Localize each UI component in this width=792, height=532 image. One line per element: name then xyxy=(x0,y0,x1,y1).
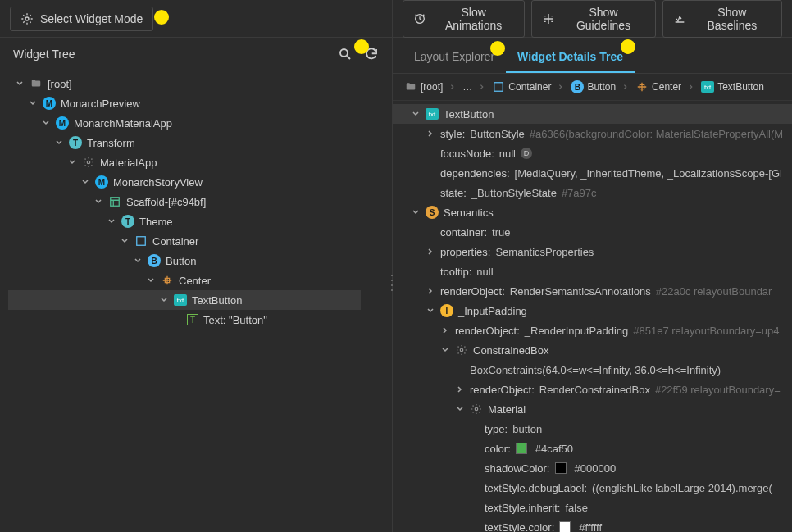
widget-details-tree[interactable]: txtTextButtonstyle:ButtonStyle#a6366(bac… xyxy=(393,101,792,532)
detail-row[interactable]: type:button xyxy=(393,419,792,439)
detail-key: container: xyxy=(440,226,487,239)
detail-row[interactable]: textStyle.inherit:false xyxy=(393,498,792,517)
breadcrumb-item[interactable]: … xyxy=(459,80,476,94)
detail-label: Material xyxy=(488,403,526,416)
toolbar-button[interactable]: Show Baselines xyxy=(662,0,782,38)
detail-row[interactable]: focusNode:null D xyxy=(393,143,792,163)
detail-row[interactable]: SSemantics xyxy=(393,202,792,222)
detail-row[interactable]: textStyle.debugLabel:((englishLike label… xyxy=(393,478,792,498)
tree-row[interactable]: MMonarchPreview xyxy=(8,93,392,113)
detail-row[interactable]: color:#4caf50 xyxy=(393,439,792,458)
chevron-icon[interactable] xyxy=(411,109,421,119)
breadcrumb-item[interactable]: txtTextButton xyxy=(698,80,767,94)
chevron-icon[interactable] xyxy=(426,306,435,316)
chevron-down-icon[interactable] xyxy=(28,98,38,108)
tree-row[interactable]: TText: "Button" xyxy=(8,310,392,330)
chevron-down-icon[interactable] xyxy=(159,295,169,305)
tree-row[interactable]: TTheme xyxy=(8,211,392,231)
chevron-down-icon[interactable] xyxy=(120,236,130,246)
detail-label: _InputPadding xyxy=(458,305,527,317)
detail-value: false xyxy=(566,502,588,514)
chevron-down-icon[interactable] xyxy=(80,177,90,187)
detail-row[interactable]: dependencies:[MediaQuery, _InheritedThem… xyxy=(393,163,792,183)
chevron-icon[interactable] xyxy=(426,286,435,296)
tree-label: Container xyxy=(152,235,198,248)
svg-point-0 xyxy=(25,17,29,20)
detail-row[interactable]: properties:SemanticsProperties xyxy=(393,242,792,261)
tree-row[interactable]: MMonarchMaterialApp xyxy=(8,113,392,133)
folder-icon xyxy=(30,77,43,90)
detail-label: ConstrainedBox xyxy=(473,344,549,357)
detail-key: type: xyxy=(485,423,508,435)
widget-badge-icon: txt xyxy=(426,108,439,120)
breadcrumb-item[interactable]: BButton xyxy=(567,79,619,95)
tree-row[interactable]: BButton xyxy=(8,251,392,271)
tree-row[interactable]: Center xyxy=(8,271,392,290)
panel-divider[interactable] xyxy=(389,266,394,299)
detail-key: shadowColor: xyxy=(485,462,550,475)
chevron-down-icon[interactable] xyxy=(54,138,64,148)
chevron-right-icon xyxy=(622,81,629,93)
folder-icon xyxy=(404,80,417,93)
chevron-down-icon[interactable] xyxy=(93,197,103,207)
toolbar-button[interactable]: Show Guidelines xyxy=(531,0,656,38)
breadcrumb-item[interactable]: [root] xyxy=(401,79,446,95)
detail-label: TextButton xyxy=(444,108,494,120)
tree-row[interactable]: TTransform xyxy=(8,133,392,152)
chevron-right-icon xyxy=(449,81,456,93)
detail-key: textStyle.debugLabel: xyxy=(485,482,587,494)
detail-row[interactable]: I_InputPadding xyxy=(393,301,792,321)
detail-row[interactable]: renderObject:RenderSemanticsAnnotations#… xyxy=(393,281,792,301)
chevron-icon[interactable] xyxy=(411,207,421,217)
tree-row[interactable]: MaterialApp xyxy=(8,152,392,172)
breadcrumb-item[interactable]: Center xyxy=(632,79,685,95)
chevron-down-icon[interactable] xyxy=(146,275,156,285)
widget-badge-icon: T xyxy=(69,136,82,149)
detail-row[interactable]: renderObject:_RenderInputPadding#851e7 r… xyxy=(393,321,792,340)
chevron-icon[interactable] xyxy=(426,129,435,139)
toolbar-button[interactable]: Slow Animations xyxy=(403,0,525,38)
tree-label: Center xyxy=(179,275,211,287)
detail-row[interactable]: style:ButtonStyle#a6366(backgroundColor:… xyxy=(393,124,792,143)
chevron-icon[interactable] xyxy=(440,325,450,335)
detail-key: dependencies: xyxy=(440,167,510,180)
tree-row[interactable]: Container xyxy=(8,231,392,251)
widget-tree[interactable]: [root]MMonarchPreviewMMonarchMaterialApp… xyxy=(0,70,392,532)
search-icon[interactable] xyxy=(338,47,353,61)
highlight-dot xyxy=(490,41,505,56)
chevron-icon[interactable] xyxy=(440,345,450,355)
detail-value: RenderConstrainedBox xyxy=(539,384,650,396)
tab[interactable]: Widget Details Tree xyxy=(506,42,635,73)
chevron-down-icon[interactable] xyxy=(41,118,51,128)
widget-badge-icon: B xyxy=(148,254,161,267)
detail-row[interactable]: Material xyxy=(393,399,792,419)
widget-badge-icon: B xyxy=(571,80,584,93)
chevron-icon[interactable] xyxy=(455,404,465,414)
detail-row[interactable]: state:_ButtonStyleState#7a97c xyxy=(393,183,792,202)
tree-row[interactable]: MMonarchStoryView xyxy=(8,172,392,192)
detail-row[interactable]: txtTextButton xyxy=(393,104,792,124)
tree-row[interactable]: txtTextButton xyxy=(8,290,361,310)
detail-key: textStyle.inherit: xyxy=(485,502,561,514)
detail-row[interactable]: container:true xyxy=(393,222,792,242)
detail-row[interactable]: ConstrainedBox xyxy=(393,340,792,360)
detail-row[interactable]: textStyle.color:#ffffff xyxy=(393,517,792,532)
chevron-icon[interactable] xyxy=(455,384,465,394)
svg-rect-6 xyxy=(494,83,503,92)
chevron-down-icon[interactable] xyxy=(133,256,143,266)
select-widget-mode-button[interactable]: Select Widget Mode xyxy=(10,7,153,31)
breadcrumb-item[interactable]: Container xyxy=(489,79,554,95)
chevron-down-icon[interactable] xyxy=(107,216,116,226)
scaffold-icon xyxy=(108,195,121,208)
tree-label: [root] xyxy=(48,78,72,90)
tree-row[interactable]: [root] xyxy=(8,74,392,93)
detail-row[interactable]: tooltip:null xyxy=(393,261,792,281)
chevron-down-icon[interactable] xyxy=(15,79,25,89)
detail-row[interactable]: shadowColor:#000000 xyxy=(393,458,792,478)
detail-value: ButtonStyle xyxy=(470,128,525,140)
chevron-icon[interactable] xyxy=(426,247,435,257)
detail-row[interactable]: renderObject:RenderConstrainedBox#22f59 … xyxy=(393,380,792,399)
tree-row[interactable]: Scaffold-[#c94bf] xyxy=(8,192,392,211)
chevron-down-icon[interactable] xyxy=(67,157,77,167)
detail-row[interactable]: BoxConstraints(64.0<=w<=Infinity, 36.0<=… xyxy=(393,360,792,380)
